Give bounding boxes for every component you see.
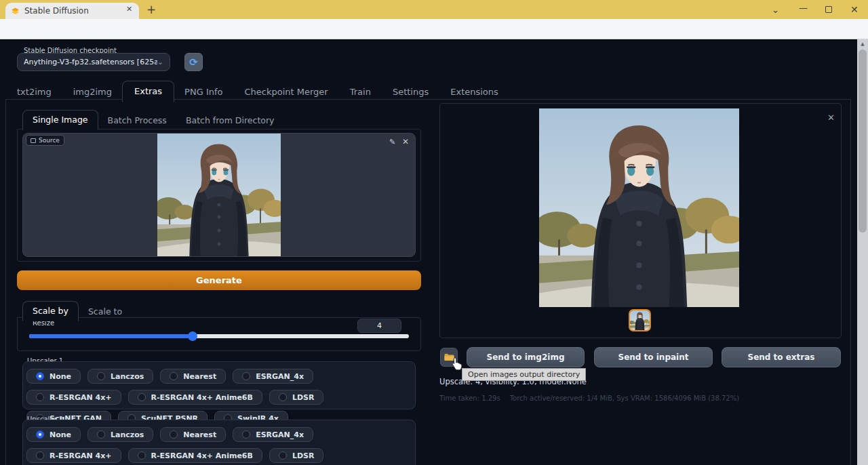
chevron-down-icon: ⌄: [157, 58, 163, 66]
page-scrollbar[interactable]: ▲: [857, 39, 868, 465]
upscaler-option[interactable]: R-ESRGAN 4x+: [26, 390, 121, 405]
upscaler-option[interactable]: Lanczos: [87, 369, 153, 384]
new-tab-button[interactable]: +: [146, 3, 156, 16]
upscaler-option[interactable]: Nearest: [160, 427, 226, 442]
edit-image-icon[interactable]: ✎: [389, 138, 395, 146]
main-tab[interactable]: Extras: [122, 81, 174, 102]
tab-title: Stable Diffusion: [24, 6, 134, 16]
upscaler-option[interactable]: LDSR: [269, 390, 324, 405]
clear-image-icon[interactable]: ✕: [402, 137, 409, 146]
performance-info: Time taken: 1.29s Torch active/reserved:…: [439, 395, 739, 402]
vram-info-text: Torch active/reserved: 1/4 MiB, Sys VRAM…: [510, 395, 739, 402]
thumbnail-image: [630, 310, 650, 330]
radio-icon: [97, 372, 105, 380]
upscaler-option[interactable]: ESRGAN_4x: [233, 369, 313, 384]
radio-icon: [36, 372, 44, 380]
upscaler1-options: NoneLanczosNearestESRGAN_4xR-ESRGAN 4x+R…: [22, 361, 416, 409]
result-image[interactable]: [539, 108, 739, 307]
upscaler2-options: NoneLanczosNearestESRGAN_4xR-ESRGAN 4x+R…: [22, 420, 416, 465]
upscaler-option[interactable]: R-ESRGAN 4x+ Anime6B: [128, 448, 262, 463]
upscaler-option[interactable]: R-ESRGAN 4x+: [26, 448, 121, 463]
radio-icon: [242, 372, 250, 380]
radio-icon: [36, 430, 44, 439]
send-button[interactable]: Send to img2img: [467, 347, 585, 367]
mode-tab-bar: Single ImageBatch ProcessBatch from Dire…: [22, 110, 293, 130]
favicon-gradio-icon: [11, 7, 20, 16]
resize-number-input[interactable]: 4: [357, 319, 401, 333]
source-chip: Source: [26, 135, 64, 146]
radio-icon: [279, 393, 287, 401]
slider-fill: [29, 334, 193, 338]
mode-tab[interactable]: Batch from Directory: [186, 111, 275, 130]
upscaler-option[interactable]: Lanczos: [87, 427, 153, 442]
refresh-icon: ⟳: [189, 56, 198, 68]
mouse-cursor: [452, 357, 462, 371]
upscaler-option[interactable]: LDSR: [269, 448, 324, 463]
refresh-checkpoint-button[interactable]: ⟳: [184, 53, 203, 71]
radio-icon: [36, 393, 44, 401]
scrollbar-up-arrow[interactable]: ▲: [857, 39, 868, 49]
slider-handle[interactable]: [188, 331, 197, 341]
radio-icon: [170, 372, 178, 380]
mode-tab[interactable]: Single Image: [22, 110, 98, 130]
tab-search-icon[interactable]: ⌄: [772, 5, 779, 15]
mode-tab[interactable]: Batch Process: [108, 111, 167, 130]
gallery-close-icon[interactable]: ✕: [827, 113, 835, 123]
webui-page: Stable Diffusion checkpoint Anything-V3-…: [0, 39, 857, 465]
browser-toolbar: ← → ⟳ ⓘ 127.0.0.1:7860 ★ G ⋮: [0, 19, 868, 39]
radio-icon: [97, 430, 105, 439]
tab-close-icon[interactable]: ✕: [126, 5, 132, 13]
browser-tab-strip: Stable Diffusion ✕ + ⌄ — ✕: [0, 0, 868, 19]
generate-button[interactable]: Generate: [17, 270, 421, 290]
upscaler-option[interactable]: None: [26, 427, 81, 442]
radio-icon: [36, 451, 44, 460]
radio-icon: [138, 393, 146, 401]
radio-icon: [138, 451, 146, 460]
scale-tab[interactable]: Scale by: [22, 301, 79, 321]
tooltip: Open images output directory: [462, 368, 586, 381]
window-minimize-button[interactable]: —: [799, 3, 808, 13]
send-button[interactable]: Send to inpaint: [594, 347, 713, 367]
upscaler-option[interactable]: Nearest: [160, 369, 226, 384]
upscaler-option[interactable]: ESRGAN_4x: [233, 427, 313, 442]
window-close-button[interactable]: ✕: [850, 4, 859, 15]
source-chip-label: Source: [39, 137, 60, 144]
scrollbar-thumb[interactable]: [859, 49, 867, 232]
upscaler-option[interactable]: None: [26, 369, 81, 384]
upscaler-option[interactable]: R-ESRGAN 4x+ Anime6B: [128, 390, 262, 405]
send-button[interactable]: Send to extras: [722, 347, 841, 367]
resize-slider[interactable]: [29, 334, 409, 338]
checkpoint-dropdown[interactable]: Anything-V3-fp32.safetensors [625a2ba2] …: [17, 53, 170, 71]
source-image[interactable]: [157, 134, 281, 256]
browser-tab[interactable]: Stable Diffusion: [5, 3, 139, 19]
radio-icon: [170, 430, 178, 439]
screen: Stable Diffusion ✕ + ⌄ — ✕ ← → ⟳ ⓘ 127.0…: [0, 0, 868, 465]
time-taken-text: Time taken: 1.29s: [439, 395, 500, 402]
image-icon: [31, 138, 36, 143]
gallery-thumbnail[interactable]: [629, 309, 651, 331]
window-maximize-button[interactable]: [825, 6, 832, 13]
radio-icon: [279, 451, 287, 460]
checkpoint-value: Anything-V3-fp32.safetensors [625a2ba2]: [24, 58, 157, 66]
radio-icon: [242, 430, 250, 439]
